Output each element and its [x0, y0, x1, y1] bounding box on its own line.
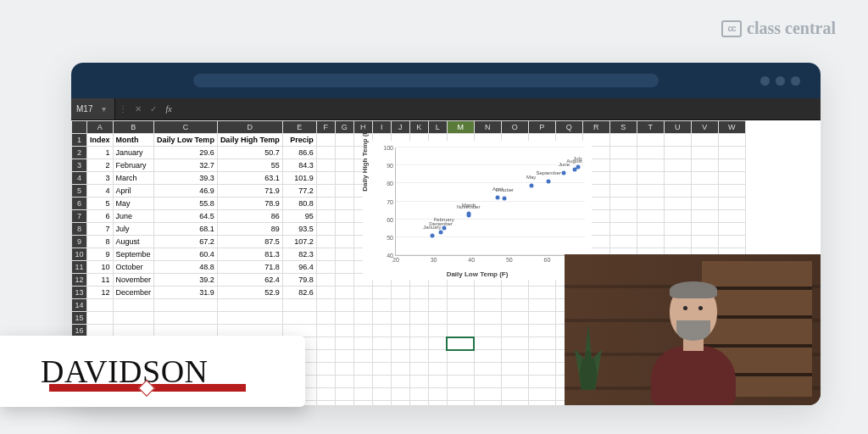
- cell[interactable]: [501, 312, 528, 325]
- cell[interactable]: [637, 236, 664, 248]
- cell[interactable]: 9: [87, 248, 114, 261]
- row-header[interactable]: 12: [72, 274, 87, 287]
- cell[interactable]: [609, 172, 637, 185]
- cell[interactable]: [335, 274, 353, 287]
- cell[interactable]: October: [113, 261, 154, 274]
- cell[interactable]: [353, 401, 372, 406]
- column-header[interactable]: I: [372, 121, 391, 134]
- cell[interactable]: [428, 337, 447, 350]
- cell[interactable]: [664, 159, 691, 172]
- cell[interactable]: 78.9: [217, 198, 282, 210]
- cell[interactable]: December: [113, 287, 154, 299]
- cell[interactable]: [447, 388, 474, 401]
- cell[interactable]: [501, 325, 528, 337]
- cell[interactable]: [335, 172, 353, 185]
- cell[interactable]: [391, 287, 409, 299]
- cell[interactable]: [637, 223, 664, 236]
- cell[interactable]: [718, 223, 745, 236]
- cell[interactable]: [335, 312, 353, 325]
- cell[interactable]: 7: [87, 223, 114, 236]
- cell[interactable]: [447, 287, 474, 299]
- cell[interactable]: Month: [113, 134, 154, 147]
- cell[interactable]: [501, 376, 528, 388]
- cell[interactable]: 1: [87, 147, 114, 159]
- column-header[interactable]: M: [447, 121, 474, 134]
- row-header[interactable]: 11: [72, 261, 87, 274]
- cell[interactable]: [474, 287, 501, 299]
- cell[interactable]: [474, 363, 501, 376]
- cell[interactable]: 63.1: [217, 172, 282, 185]
- cell[interactable]: [154, 299, 218, 312]
- cell[interactable]: 77.2: [282, 185, 316, 198]
- cell[interactable]: [447, 299, 474, 312]
- row-header[interactable]: 8: [72, 223, 87, 236]
- cell[interactable]: 46.9: [154, 185, 218, 198]
- cell[interactable]: [409, 363, 428, 376]
- cell[interactable]: [372, 325, 391, 337]
- cell[interactable]: [691, 147, 718, 159]
- cell[interactable]: Daily Low Temp: [154, 134, 218, 147]
- cell[interactable]: [335, 261, 353, 274]
- cell[interactable]: [609, 134, 637, 147]
- cell[interactable]: 86.6: [282, 147, 316, 159]
- cell[interactable]: [691, 159, 718, 172]
- cell[interactable]: [447, 363, 474, 376]
- cell[interactable]: April: [113, 185, 154, 198]
- cell[interactable]: [528, 312, 555, 325]
- column-header[interactable]: L: [428, 121, 447, 134]
- cell[interactable]: 39.3: [154, 172, 218, 185]
- cell[interactable]: [409, 325, 428, 337]
- row-header[interactable]: 9: [72, 236, 87, 248]
- cell[interactable]: [353, 287, 372, 299]
- cell[interactable]: 86: [217, 210, 282, 223]
- cell[interactable]: [335, 210, 353, 223]
- cell[interactable]: [691, 185, 718, 198]
- cell[interactable]: [664, 210, 691, 223]
- row-header[interactable]: 2: [72, 147, 87, 159]
- cell[interactable]: [428, 350, 447, 363]
- cell[interactable]: [372, 337, 391, 350]
- cell[interactable]: 71.9: [217, 185, 282, 198]
- cell[interactable]: [718, 185, 745, 198]
- cell[interactable]: [474, 325, 501, 337]
- cell[interactable]: [87, 312, 114, 325]
- cell[interactable]: 89: [217, 223, 282, 236]
- cell[interactable]: [528, 287, 555, 299]
- cell[interactable]: [217, 299, 282, 312]
- cell[interactable]: [335, 401, 353, 406]
- cell[interactable]: [316, 210, 335, 223]
- cancel-icon[interactable]: ✕: [131, 104, 146, 114]
- cell[interactable]: [282, 312, 316, 325]
- column-header[interactable]: Q: [555, 121, 582, 134]
- cell[interactable]: [609, 236, 637, 248]
- cell[interactable]: [217, 312, 282, 325]
- cell[interactable]: [447, 376, 474, 388]
- cell[interactable]: [335, 248, 353, 261]
- cell[interactable]: [316, 325, 335, 337]
- cell[interactable]: [372, 388, 391, 401]
- cell[interactable]: 107.2: [282, 236, 316, 248]
- cell[interactable]: [637, 210, 664, 223]
- cell[interactable]: [447, 350, 474, 363]
- column-header[interactable]: R: [582, 121, 609, 134]
- cell[interactable]: 55.8: [154, 198, 218, 210]
- cell[interactable]: [609, 147, 637, 159]
- cell[interactable]: 5: [87, 198, 114, 210]
- cell[interactable]: [474, 337, 501, 350]
- cell[interactable]: 50.7: [217, 147, 282, 159]
- cell[interactable]: July: [113, 223, 154, 236]
- cell[interactable]: [528, 325, 555, 337]
- cell[interactable]: [353, 337, 372, 350]
- cell[interactable]: [335, 159, 353, 172]
- row-header[interactable]: 5: [72, 185, 87, 198]
- cell[interactable]: 11: [87, 274, 114, 287]
- cell[interactable]: [474, 312, 501, 325]
- cell[interactable]: [428, 325, 447, 337]
- cell[interactable]: 79.8: [282, 274, 316, 287]
- cell[interactable]: [691, 236, 718, 248]
- cell[interactable]: 10: [87, 261, 114, 274]
- cell[interactable]: [335, 363, 353, 376]
- column-header[interactable]: T: [637, 121, 664, 134]
- column-header[interactable]: W: [718, 121, 745, 134]
- cell[interactable]: 71.8: [217, 261, 282, 274]
